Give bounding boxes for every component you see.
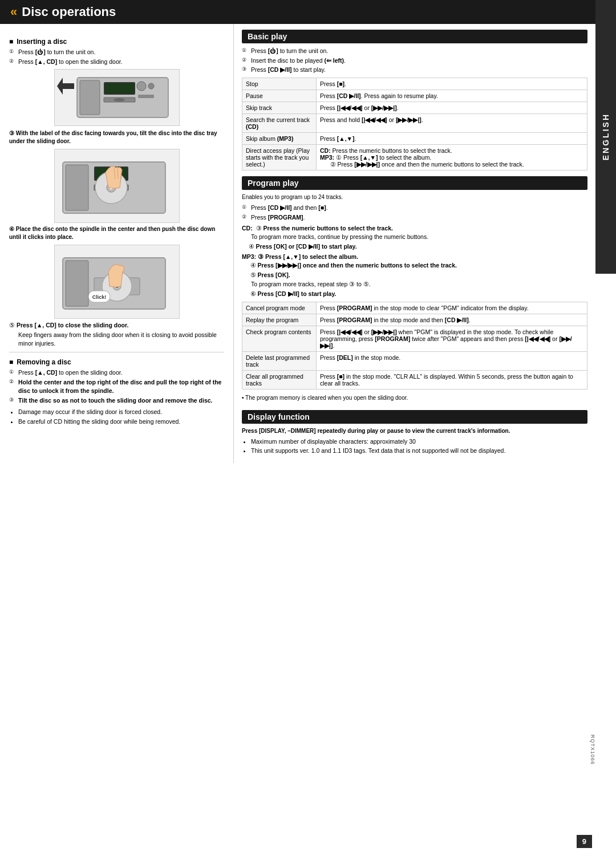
basic-play-steps: Press [⏻] to turn the unit on. Insert th… — [242, 47, 587, 74]
display-bullets: Maximum number of displayable characters… — [242, 437, 587, 455]
svg-rect-2 — [80, 80, 100, 115]
program-play-header: Program play — [242, 176, 587, 190]
remove-steps: Press [▲, CD] to open the sliding door. … — [9, 368, 224, 404]
table-row: Skip album (MP3) Press [▲,▼]. — [242, 133, 587, 145]
remove-step-2: Hold the center and the top right of the… — [9, 378, 224, 395]
removing-title: Removing a disc — [9, 358, 224, 366]
table-row: Delete last programmed track Press [DEL]… — [242, 351, 587, 370]
table-row: Check program contents Press [|◀◀/◀◀] or… — [242, 326, 587, 351]
remove-step-1: Press [▲, CD] to open the sliding door. — [9, 368, 224, 377]
action-direct: Direct access play (Play starts with the… — [242, 145, 317, 171]
program-main-steps: Press [CD ▶/II] and then [■]. Press [PRO… — [242, 204, 587, 221]
page-number: 9 — [577, 835, 592, 848]
action-clear: Clear all programmed tracks — [242, 370, 317, 389]
table-row: Pause Press [CD ▶/II]. Press again to re… — [242, 90, 587, 102]
page-title: Disc operations — [22, 5, 116, 19]
action-cancel: Cancel program mode — [242, 302, 317, 314]
section-divider — [9, 352, 224, 352]
chevrons-icon: « — [10, 5, 16, 19]
desc-clear: Press [■] in the stop mode. "CLR ALL" is… — [317, 370, 587, 389]
right-column: Basic play Press [⏻] to turn the unit on… — [234, 24, 616, 463]
desc-search: Press and hold [|◀◀/◀◀] or [▶▶/▶▶|]. — [317, 114, 587, 133]
remove-step-3: Tilt the disc so as not to touch the sli… — [9, 396, 224, 405]
stereo-unit-image — [54, 69, 180, 126]
table-row: Clear all programmed tracks Press [■] in… — [242, 370, 587, 389]
action-check: Check program contents — [242, 326, 317, 351]
action-stop: Stop — [242, 78, 317, 90]
desc-pause: Press [CD ▶/II]. Press again to resume p… — [317, 90, 587, 102]
page-number-area: 9 — [577, 835, 592, 848]
desc-replay: Press [PROGRAM] in the stop mode and the… — [317, 314, 587, 326]
action-replay: Replay the program — [242, 314, 317, 326]
basic-step-2: Insert the disc to be played (⇐ left). — [242, 56, 587, 65]
insert-step-1: Press [⏻] to turn the unit on. — [9, 48, 224, 56]
left-column: Inserting a disc Press [⏻] to turn the u… — [0, 24, 234, 463]
display-bullet-2: This unit supports ver. 1.0 and 1.1 ID3 … — [251, 447, 587, 455]
svg-point-9 — [114, 98, 125, 102]
display-function-header: Display function — [242, 410, 587, 424]
remove-bullet-2: Be careful of CD hitting the sliding doo… — [18, 417, 224, 426]
caption-1: ③ With the label of the disc facing towa… — [9, 129, 224, 145]
display-intro: Press [DISPLAY, –DIMMER] repeatedly duri… — [242, 427, 587, 435]
action-search: Search the current track (CD) — [242, 114, 317, 133]
desc-delete: Press [DEL] in the stop mode. — [317, 351, 587, 370]
mp3-label: MP3: ③ Press [▲,▼] to select the album. — [242, 253, 587, 260]
table-row: Search the current track (CD) Press and … — [242, 114, 587, 133]
caption-2: ④ Place the disc onto the spindle in the… — [9, 225, 224, 241]
cd-step3-note: To program more tracks, continue by pres… — [251, 233, 587, 241]
program-footer-note: • The program memory is cleared when you… — [242, 394, 587, 402]
main-layout: Inserting a disc Press [⏻] to turn the u… — [0, 24, 616, 463]
svg-text:Click!: Click! — [92, 294, 106, 300]
program-table: Cancel program mode Press [PROGRAM] in t… — [242, 302, 587, 390]
disc-click-svg: Click! — [57, 246, 177, 318]
prog-step-1: Press [CD ▶/II] and then [■]. — [242, 204, 587, 212]
rotx-label: RQTX1066 — [590, 735, 595, 765]
remove-bullets: Damage may occur if the sliding door is … — [9, 408, 224, 425]
svg-point-6 — [137, 82, 146, 91]
desc-direct: CD: Press the numeric buttons to select … — [317, 145, 587, 171]
desc-skip-album: Press [▲,▼]. — [317, 133, 587, 145]
cd-step4: ④ Press [OK] or [CD ▶/II] to start play. — [242, 242, 587, 251]
disc-click-image: Click! — [54, 245, 180, 319]
english-label: ENGLISH — [601, 113, 610, 160]
cd-label: CD: ③ Press the numeric buttons to selec… — [242, 225, 587, 232]
stereo-unit-svg — [57, 72, 177, 123]
remove-bullet-1: Damage may occur if the sliding door is … — [18, 408, 224, 416]
mp3-step5: ⑤ Press [OK]. — [242, 271, 587, 279]
disc-insert-svg — [57, 151, 177, 222]
close-step: ⑤ Press [▲, CD] to close the sliding doo… — [9, 321, 224, 330]
basic-play-header: Basic play — [242, 30, 587, 43]
table-row: Direct access play (Play starts with the… — [242, 145, 587, 171]
english-sidebar: ENGLISH — [595, 0, 616, 274]
program-intro: Enables you to program up to 24 tracks. — [242, 193, 587, 201]
action-delete: Delete last programmed track — [242, 351, 317, 370]
mp3-step4: ④ Press [▶▶/▶▶|] once and then the numer… — [242, 261, 587, 270]
svg-rect-11 — [66, 165, 88, 210]
svg-rect-4 — [105, 83, 134, 94]
insert-steps: Press [⏻] to turn the unit on. Press [▲,… — [9, 48, 224, 66]
basic-step-3: Press [CD ▶/II] to start play. — [242, 66, 587, 74]
display-bullet-1: Maximum number of displayable characters… — [251, 437, 587, 446]
svg-rect-22 — [66, 261, 88, 306]
desc-check: Press [|◀◀/◀◀] or [▶▶/▶▶|] when "PGM" is… — [317, 326, 587, 351]
action-skip-album: Skip album (MP3) — [242, 133, 317, 145]
desc-stop: Press [■]. — [317, 78, 587, 90]
table-row: Stop Press [■]. — [242, 78, 587, 90]
basic-step-1: Press [⏻] to turn the unit on. — [242, 47, 587, 55]
prog-step-2: Press [PROGRAM]. — [242, 213, 587, 222]
svg-rect-8 — [138, 95, 154, 98]
action-pause: Pause — [242, 90, 317, 102]
svg-point-7 — [148, 83, 154, 89]
insert-step-2: Press [▲, CD] to open the sliding door. — [9, 58, 224, 66]
basic-play-table: Stop Press [■]. Pause Press [CD ▶/II]. P… — [242, 78, 587, 171]
mp3-step6: ⑥ Press [CD ▶/II] to start play. — [242, 290, 587, 298]
desc-cancel: Press [PROGRAM] in the stop mode to clea… — [317, 302, 587, 314]
table-row: Cancel program mode Press [PROGRAM] in t… — [242, 302, 587, 314]
inserting-title: Inserting a disc — [9, 38, 224, 46]
table-row: Replay the program Press [PROGRAM] in th… — [242, 314, 587, 326]
desc-skip: Press [|◀◀/◀◀] or [▶▶/▶▶|]. — [317, 102, 587, 114]
action-skip: Skip track — [242, 102, 317, 114]
page-header: « Disc operations — [0, 0, 616, 24]
close-note: Keep fingers away from the sliding door … — [18, 331, 224, 347]
mp3-step5-note: To program more tracks, repeat step ③ to… — [251, 280, 587, 289]
